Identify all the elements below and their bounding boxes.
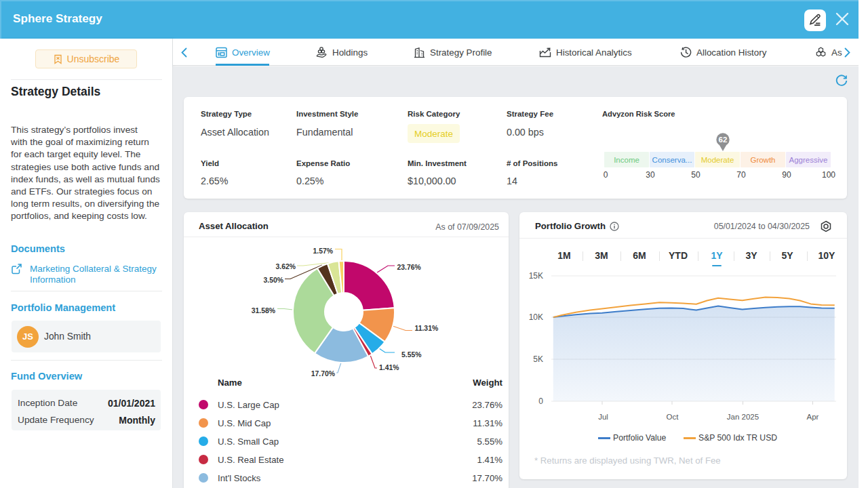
- svg-text:3.62%: 3.62%: [276, 263, 296, 270]
- svg-text:0: 0: [538, 396, 543, 406]
- svg-text:Apr: Apr: [807, 413, 819, 421]
- svg-text:5.55%: 5.55%: [401, 351, 421, 359]
- svg-text:Oct: Oct: [667, 413, 679, 421]
- svg-text:15K: 15K: [529, 271, 543, 281]
- svg-text:17.70%: 17.70%: [311, 370, 335, 378]
- svg-text:1.57%: 1.57%: [313, 247, 333, 255]
- svg-text:11.31%: 11.31%: [415, 325, 439, 332]
- svg-text:Jan 2025: Jan 2025: [727, 413, 759, 421]
- svg-text:3.50%: 3.50%: [264, 277, 283, 284]
- svg-text:Jul: Jul: [598, 413, 608, 421]
- svg-text:31.58%: 31.58%: [252, 307, 275, 314]
- svg-text:23.76%: 23.76%: [397, 264, 421, 271]
- svg-text:5K: 5K: [533, 354, 543, 364]
- svg-text:62: 62: [719, 136, 728, 144]
- svg-text:1.41%: 1.41%: [379, 364, 399, 371]
- svg-text:10K: 10K: [529, 312, 543, 322]
